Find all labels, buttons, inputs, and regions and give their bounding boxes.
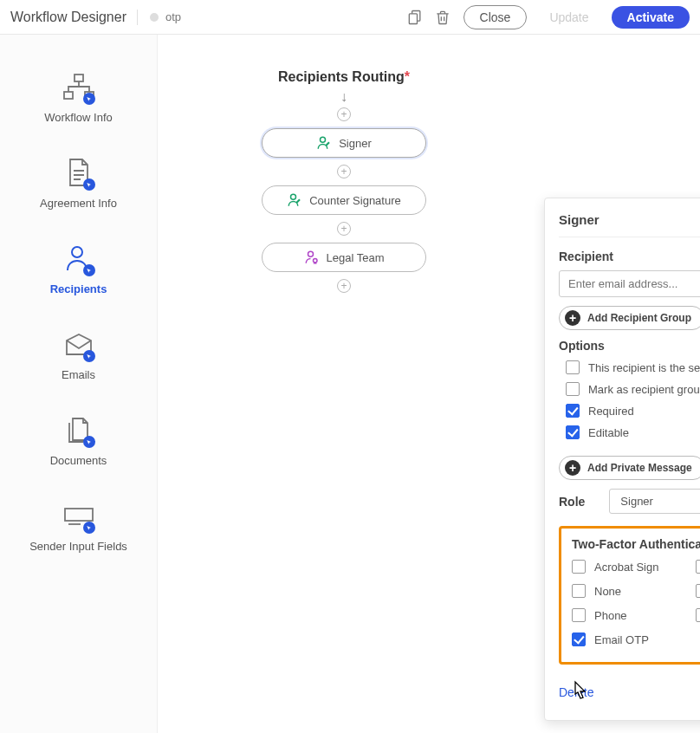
sidebar-item-label: Emails <box>62 368 95 381</box>
options-label: Options <box>559 339 700 353</box>
node-label: Counter Signature <box>309 194 401 207</box>
recipient-node-legal-team[interactable]: Legal Team <box>262 243 426 272</box>
checkbox[interactable] <box>572 608 586 622</box>
checkbox[interactable] <box>696 584 700 598</box>
svg-rect-3 <box>64 92 73 99</box>
role-select[interactable]: Signer <box>609 489 700 514</box>
tfa-label: Phone <box>594 609 627 622</box>
sidebar: Workflow Info Agreement Info Recipients … <box>0 35 158 733</box>
trash-icon[interactable] <box>431 5 455 29</box>
tfa-option: Acrobat Sign <box>572 560 687 574</box>
chip-label: Add Private Message <box>587 462 692 474</box>
node-label: Legal Team <box>327 251 385 264</box>
checkbox[interactable] <box>696 608 700 622</box>
sidebar-item-label: Recipients <box>50 282 107 295</box>
add-node-button[interactable]: + <box>337 165 351 178</box>
recipient-label: Recipient <box>559 250 700 263</box>
top-bar: Workflow Designer otp Close Update Activ… <box>0 0 700 35</box>
svg-rect-2 <box>75 75 83 81</box>
tfa-option: Phone <box>572 608 687 622</box>
recipient-node-counter-signature[interactable]: Counter Signature <box>262 185 426 215</box>
add-node-button[interactable]: + <box>337 222 351 236</box>
document-icon <box>61 155 97 191</box>
option-row: Mark as recipient group <box>566 382 700 396</box>
sidebar-item-documents[interactable]: Documents <box>0 397 157 483</box>
tfa-option: Password <box>696 584 700 598</box>
certified-icon <box>304 250 320 265</box>
sidebar-item-label: Workflow Info <box>44 111 113 124</box>
option-label: Mark as recipient group <box>588 383 700 396</box>
panel-title: Signer <box>559 212 700 227</box>
option-row: Required <box>566 404 700 418</box>
checkbox[interactable] <box>572 560 586 574</box>
svg-point-8 <box>291 194 296 199</box>
status-dot <box>150 13 159 22</box>
sidebar-item-sender-input-fields[interactable]: Sender Input Fields <box>0 483 157 568</box>
canvas: Recipients Routing* ↓ + Signer + Counter… <box>158 35 700 733</box>
close-button[interactable]: Close <box>463 5 528 29</box>
arrow-down-icon: ↓ <box>340 90 347 104</box>
recipient-email-input[interactable] <box>559 270 700 297</box>
tfa-label: None <box>594 585 621 598</box>
add-private-message-button[interactable]: + Add Private Message <box>559 456 700 480</box>
role-label: Role <box>559 495 585 509</box>
sidebar-item-label: Documents <box>50 454 107 467</box>
signer-icon <box>316 135 332 151</box>
copy-icon[interactable] <box>403 5 427 29</box>
sidebar-item-label: Agreement Info <box>40 197 117 210</box>
app-title: Workflow Designer <box>10 10 138 25</box>
recipient-node-signer[interactable]: Signer <box>262 128 426 158</box>
checkbox[interactable] <box>566 404 580 418</box>
chip-label: Add Recipient Group <box>587 312 691 324</box>
recipient-properties-panel: Signer Recipient + Add Recipient Group O… <box>544 198 700 721</box>
plus-icon: + <box>565 310 580 326</box>
checkbox[interactable] <box>566 425 580 439</box>
option-label: Editable <box>588 426 629 439</box>
svg-rect-1 <box>409 13 417 23</box>
tfa-label: Email OTP <box>594 633 649 646</box>
tfa-option: KBA <box>696 560 700 574</box>
plus-icon: + <box>565 460 580 476</box>
svg-point-9 <box>308 251 313 256</box>
sidebar-item-label: Sender Input Fields <box>29 540 127 553</box>
checkbox[interactable] <box>566 382 580 396</box>
checkbox[interactable] <box>572 632 586 646</box>
option-row: Editable <box>566 425 700 439</box>
option-label: This recipient is the sender <box>588 361 700 374</box>
svg-point-7 <box>321 137 326 142</box>
tfa-label: Acrobat Sign <box>594 561 658 574</box>
delete-link[interactable]: Delete <box>559 685 593 699</box>
checkbox[interactable] <box>566 360 580 374</box>
add-node-button[interactable]: + <box>337 279 351 293</box>
svg-rect-6 <box>65 509 93 521</box>
sidebar-item-recipients[interactable]: Recipients <box>0 225 157 311</box>
tfa-option: Email OTP <box>572 632 687 646</box>
svg-point-5 <box>72 247 82 257</box>
workflow-name: otp <box>165 10 181 23</box>
update-button: Update <box>534 6 604 29</box>
signer-icon <box>287 192 302 208</box>
person-icon <box>61 241 97 277</box>
add-recipient-group-button[interactable]: + Add Recipient Group <box>559 306 700 330</box>
node-label: Signer <box>339 137 372 150</box>
tfa-label: Two-Factor Authentication (2FA) <box>572 537 700 551</box>
sidebar-item-agreement-info[interactable]: Agreement Info <box>0 139 157 225</box>
add-node-button[interactable]: + <box>337 107 351 121</box>
documents-icon <box>61 412 97 449</box>
sidebar-item-workflow-info[interactable]: Workflow Info <box>0 54 157 139</box>
tfa-option: None <box>572 584 687 598</box>
tfa-option: Government ID <box>696 608 700 622</box>
routing-title: Recipients Routing* <box>257 69 431 85</box>
checkbox[interactable] <box>696 560 700 574</box>
option-label: Required <box>588 405 634 418</box>
input-fields-icon <box>61 498 97 535</box>
checkbox[interactable] <box>572 584 586 598</box>
two-factor-auth-section: Two-Factor Authentication (2FA) Acrobat … <box>559 526 700 665</box>
workflow-tree-icon <box>61 69 97 106</box>
activate-button[interactable]: Activate <box>612 6 690 29</box>
envelope-icon <box>61 327 97 363</box>
sidebar-item-emails[interactable]: Emails <box>0 311 157 397</box>
option-row: This recipient is the sender <box>566 360 700 374</box>
